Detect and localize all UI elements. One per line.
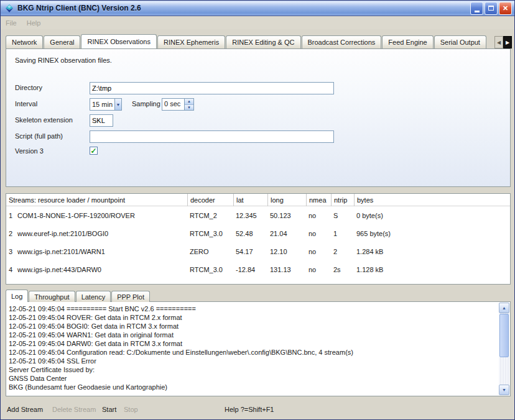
window-title: BKG Ntrip Client (BNC) Version 2.6: [17, 4, 469, 12]
spin-up-icon[interactable]: ▲: [185, 99, 193, 105]
maximize-icon: [488, 6, 494, 11]
cell-ntrip: 1: [331, 230, 354, 237]
tab-scroll-right-button[interactable]: ▶: [503, 36, 512, 48]
skeleton-extension-input[interactable]: [90, 114, 113, 127]
column-header-bytes: bytes: [354, 194, 510, 206]
menu-file[interactable]: File: [1, 19, 22, 27]
stream-row-1[interactable]: 1 COM1-8-NONE-1-OFF-19200/ROVER RTCM_2 1…: [6, 206, 510, 224]
directory-label: Directory: [15, 84, 42, 91]
tab-general[interactable]: General: [44, 35, 80, 48]
bnc-app-icon: [4, 3, 14, 13]
tab-feed-engine[interactable]: Feed Engine: [382, 35, 433, 48]
tab-label: Serial Output: [440, 39, 480, 46]
cell-decoder: RTCM_3.0: [187, 230, 233, 237]
log-line: Server Certificate Issued by:: [9, 365, 498, 374]
cell-mountpoint: www.igs-ip.net:2101/WARN1: [15, 248, 187, 255]
tab-label: Feed Engine: [388, 39, 427, 46]
cell-decoder: ZERO: [187, 248, 233, 255]
cell-lat: -12.84: [233, 266, 267, 273]
cell-bytes: 1.284 kB: [354, 248, 510, 255]
tab-label: Latency: [81, 293, 106, 301]
tab-label: Network: [12, 39, 37, 46]
cell-lat: 52.48: [233, 230, 267, 237]
row-number: 1: [6, 212, 15, 219]
cell-decoder: RTCM_3.0: [187, 266, 233, 273]
stream-row-2[interactable]: 2 www.euref-ip.net:2101/BOGI0 RTCM_3.0 5…: [6, 224, 510, 242]
cell-long: 12.10: [267, 248, 306, 255]
script-path-input[interactable]: [90, 130, 334, 143]
tab-scroll-left-button[interactable]: ◀: [494, 36, 503, 48]
arrow-up-icon: ▲: [502, 306, 506, 310]
cell-nmea: no: [306, 212, 331, 219]
directory-input[interactable]: [90, 82, 334, 94]
log-line: 12-05-21 09:45:04 Configuration read: C:…: [9, 348, 498, 357]
log-line: 12-05-21 09:45:04 BOGI0: Get data in RTC…: [9, 322, 498, 331]
tab-latency[interactable]: Latency: [76, 291, 111, 302]
bnc-window: BKG Ntrip Client (BNC) Version 2.6 ✕ Fil…: [0, 0, 515, 420]
add-stream-button[interactable]: Add Stream: [7, 406, 43, 413]
tab-rinex-editing-qc[interactable]: RINEX Editing & QC: [226, 35, 300, 48]
interval-label: Interval: [15, 100, 37, 107]
cell-bytes: 965 byte(s): [354, 230, 510, 237]
streams-table: Streams: resource loader / mountpoint de…: [6, 193, 511, 285]
maximize-button[interactable]: [485, 2, 498, 15]
log-scrollbar[interactable]: ▲ ▼: [499, 303, 509, 395]
log-panel: 12-05-21 09:45:04 ========== Start BNC v…: [6, 301, 511, 396]
stop-button: Stop: [124, 406, 138, 413]
tab-label: General: [50, 39, 74, 46]
tab-label: Throughput: [34, 293, 69, 301]
tab-throughput[interactable]: Throughput: [29, 291, 75, 302]
scrollbar-thumb[interactable]: [499, 314, 509, 357]
cell-long: 50.123: [267, 212, 306, 219]
tab-label: Broadcast Corrections: [308, 39, 376, 46]
stream-row-4[interactable]: 4 www.igs-ip.net:443/DARW0 RTCM_3.0 -12.…: [6, 260, 510, 278]
close-button[interactable]: ✕: [499, 2, 512, 15]
log-line: BKG (Bundesamt fuer Geodaesie und Kartog…: [9, 383, 498, 391]
cell-ntrip: 2: [331, 248, 354, 255]
minimize-button[interactable]: [470, 2, 483, 15]
cell-long: 21.04: [267, 230, 306, 237]
scroll-down-button[interactable]: ▼: [499, 385, 509, 395]
chevron-left-icon: ◀: [497, 40, 501, 45]
chevron-down-icon[interactable]: ▼: [114, 99, 121, 110]
log-line: 12-05-21 09:45:04 SSL Error: [9, 357, 498, 365]
log-line: 12-05-21 09:45:04 ========== Start BNC v…: [9, 304, 498, 313]
delete-stream-button: Delete Stream: [52, 406, 96, 413]
minimize-icon: [475, 11, 480, 12]
tab-rinex-observations[interactable]: RINEX Observations: [81, 34, 156, 48]
stream-row-3[interactable]: 3 www.igs-ip.net:2101/WARN1 ZERO 54.17 1…: [6, 242, 510, 260]
row-number: 4: [6, 266, 15, 273]
tab-broadcast-corrections[interactable]: Broadcast Corrections: [302, 35, 382, 48]
start-button[interactable]: Start: [102, 406, 116, 413]
tab-label: Log: [11, 293, 22, 300]
column-header-decoder: decoder: [187, 194, 233, 206]
sampling-stepper[interactable]: 0 sec ▲ ▼: [162, 98, 194, 111]
spin-down-icon[interactable]: ▼: [185, 105, 193, 111]
tab-label: PPP Plot: [117, 293, 144, 301]
tab-label: RINEX Editing & QC: [232, 39, 294, 46]
column-header-long: long: [267, 194, 306, 206]
tab-network[interactable]: Network: [6, 35, 43, 48]
cell-nmea: no: [306, 266, 331, 273]
version3-label: Version 3: [15, 147, 44, 155]
arrow-down-icon: ▼: [502, 388, 506, 392]
column-header-ntrip: ntrip: [331, 194, 354, 206]
interval-select[interactable]: 15 min ▼: [90, 98, 122, 111]
sampling-value: 0 sec: [162, 99, 184, 110]
log-line: 12-05-21 09:45:04 WARN1: Get data in ori…: [9, 331, 498, 339]
row-number: 3: [6, 248, 15, 255]
tab-rinex-ephemeris[interactable]: RINEX Ephemeris: [157, 35, 225, 48]
tab-log[interactable]: Log: [6, 290, 28, 302]
interval-value: 15 min: [90, 101, 114, 108]
tab-ppp-plot[interactable]: PPP Plot: [111, 291, 150, 302]
bottom-tab-bar: Log Throughput Latency PPP Plot: [6, 289, 151, 302]
cell-nmea: no: [306, 230, 331, 237]
column-header-nmea: nmea: [306, 194, 331, 206]
scroll-up-button[interactable]: ▲: [499, 303, 509, 313]
log-line: GNSS Data Center: [9, 374, 498, 383]
cell-ntrip: S: [331, 212, 354, 219]
cell-mountpoint: www.euref-ip.net:2101/BOGI0: [15, 230, 187, 237]
version3-checkbox[interactable]: ✓: [90, 147, 98, 155]
tab-serial-output[interactable]: Serial Output: [434, 35, 486, 48]
menu-help[interactable]: Help: [22, 19, 46, 27]
